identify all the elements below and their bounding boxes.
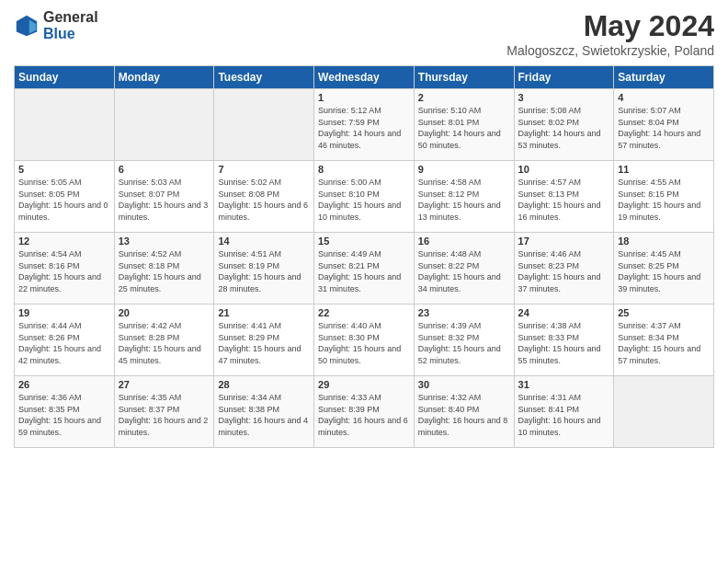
cell-w4-d4: 23Sunrise: 4:39 AMSunset: 8:32 PMDayligh… — [414, 304, 514, 376]
cell-w3-d3: 15Sunrise: 4:49 AMSunset: 8:21 PMDayligh… — [314, 233, 415, 304]
day-number: 30 — [418, 379, 510, 390]
cell-w1-d2 — [214, 89, 314, 161]
cell-w4-d5: 24Sunrise: 4:38 AMSunset: 8:33 PMDayligh… — [514, 304, 614, 376]
cell-w2-d1: 6Sunrise: 5:03 AMSunset: 8:07 PMDaylight… — [114, 161, 214, 233]
day-number: 11 — [618, 164, 710, 175]
cell-w1-d1 — [114, 89, 214, 161]
day-number: 15 — [318, 236, 410, 247]
day-number: 25 — [618, 307, 710, 318]
day-number: 29 — [318, 379, 410, 390]
day-info: Sunrise: 4:49 AMSunset: 8:21 PMDaylight:… — [318, 248, 410, 294]
cell-w4-d1: 20Sunrise: 4:42 AMSunset: 8:28 PMDayligh… — [114, 304, 214, 376]
day-info: Sunrise: 4:36 AMSunset: 8:35 PMDaylight:… — [18, 392, 110, 438]
cell-w5-d4: 30Sunrise: 4:32 AMSunset: 8:40 PMDayligh… — [414, 376, 514, 448]
day-info: Sunrise: 4:48 AMSunset: 8:22 PMDaylight:… — [418, 248, 510, 294]
cell-w1-d4: 2Sunrise: 5:10 AMSunset: 8:01 PMDaylight… — [414, 89, 514, 161]
cell-w5-d5: 31Sunrise: 4:31 AMSunset: 8:41 PMDayligh… — [514, 376, 614, 448]
day-info: Sunrise: 4:33 AMSunset: 8:39 PMDaylight:… — [318, 392, 410, 438]
day-number: 17 — [518, 236, 610, 247]
day-number: 24 — [518, 307, 610, 318]
cell-w4-d3: 22Sunrise: 4:40 AMSunset: 8:30 PMDayligh… — [314, 304, 415, 376]
cell-w3-d2: 14Sunrise: 4:51 AMSunset: 8:19 PMDayligh… — [214, 233, 314, 304]
logo: General Blue — [14, 9, 98, 41]
header-wednesday: Wednesday — [314, 66, 415, 89]
cell-w4-d0: 19Sunrise: 4:44 AMSunset: 8:26 PMDayligh… — [15, 304, 115, 376]
header-tuesday: Tuesday — [214, 66, 314, 89]
day-info: Sunrise: 4:44 AMSunset: 8:26 PMDaylight:… — [18, 320, 110, 366]
cell-w1-d5: 3Sunrise: 5:08 AMSunset: 8:02 PMDaylight… — [514, 89, 614, 161]
logo-blue-text: Blue — [43, 26, 98, 42]
cell-w5-d2: 28Sunrise: 4:34 AMSunset: 8:38 PMDayligh… — [214, 376, 314, 448]
day-info: Sunrise: 5:08 AMSunset: 8:02 PMDaylight:… — [518, 105, 610, 151]
day-number: 21 — [218, 307, 310, 318]
day-info: Sunrise: 5:10 AMSunset: 8:01 PMDaylight:… — [418, 105, 510, 151]
day-info: Sunrise: 4:41 AMSunset: 8:29 PMDaylight:… — [218, 320, 310, 366]
day-info: Sunrise: 4:58 AMSunset: 8:12 PMDaylight:… — [418, 177, 510, 223]
cell-w2-d3: 8Sunrise: 5:00 AMSunset: 8:10 PMDaylight… — [314, 161, 415, 233]
day-info: Sunrise: 4:42 AMSunset: 8:28 PMDaylight:… — [119, 320, 210, 366]
week-row-1: 1Sunrise: 5:12 AMSunset: 7:59 PMDaylight… — [15, 89, 714, 161]
day-number: 22 — [318, 307, 410, 318]
cell-w5-d1: 27Sunrise: 4:35 AMSunset: 8:37 PMDayligh… — [114, 376, 214, 448]
cell-w2-d0: 5Sunrise: 5:05 AMSunset: 8:05 PMDaylight… — [15, 161, 115, 233]
day-info: Sunrise: 4:46 AMSunset: 8:23 PMDaylight:… — [518, 248, 610, 294]
day-number: 28 — [218, 379, 310, 390]
week-row-5: 26Sunrise: 4:36 AMSunset: 8:35 PMDayligh… — [15, 376, 714, 448]
day-info: Sunrise: 5:12 AMSunset: 7:59 PMDaylight:… — [318, 105, 410, 151]
day-number: 5 — [18, 164, 110, 175]
calendar-table: Sunday Monday Tuesday Wednesday Thursday… — [14, 65, 714, 448]
cell-w3-d4: 16Sunrise: 4:48 AMSunset: 8:22 PMDayligh… — [414, 233, 514, 304]
day-number: 20 — [119, 307, 210, 318]
logo-icon — [14, 13, 40, 39]
header-friday: Friday — [514, 66, 614, 89]
day-info: Sunrise: 4:54 AMSunset: 8:16 PMDaylight:… — [18, 248, 110, 294]
cell-w3-d6: 18Sunrise: 4:45 AMSunset: 8:25 PMDayligh… — [614, 233, 714, 304]
day-number: 6 — [119, 164, 210, 175]
header-thursday: Thursday — [414, 66, 514, 89]
calendar-subtitle: Malogoszcz, Swietokrzyskie, Poland — [506, 43, 714, 58]
day-info: Sunrise: 4:31 AMSunset: 8:41 PMDaylight:… — [518, 392, 610, 438]
day-info: Sunrise: 4:38 AMSunset: 8:33 PMDaylight:… — [518, 320, 610, 366]
calendar-header: Sunday Monday Tuesday Wednesday Thursday… — [15, 66, 714, 89]
logo-text: General Blue — [43, 9, 98, 41]
day-number: 16 — [418, 236, 510, 247]
day-number: 8 — [318, 164, 410, 175]
day-info: Sunrise: 5:00 AMSunset: 8:10 PMDaylight:… — [318, 177, 410, 223]
cell-w4-d6: 25Sunrise: 4:37 AMSunset: 8:34 PMDayligh… — [614, 304, 714, 376]
day-number: 14 — [218, 236, 310, 247]
day-info: Sunrise: 4:34 AMSunset: 8:38 PMDaylight:… — [218, 392, 310, 438]
week-row-2: 5Sunrise: 5:05 AMSunset: 8:05 PMDaylight… — [15, 161, 714, 233]
day-number: 18 — [618, 236, 710, 247]
cell-w1-d3: 1Sunrise: 5:12 AMSunset: 7:59 PMDaylight… — [314, 89, 415, 161]
cell-w3-d5: 17Sunrise: 4:46 AMSunset: 8:23 PMDayligh… — [514, 233, 614, 304]
week-row-4: 19Sunrise: 4:44 AMSunset: 8:26 PMDayligh… — [15, 304, 714, 376]
day-info: Sunrise: 4:45 AMSunset: 8:25 PMDaylight:… — [618, 248, 710, 294]
day-number: 2 — [418, 92, 510, 103]
day-number: 31 — [518, 379, 610, 390]
cell-w3-d1: 13Sunrise: 4:52 AMSunset: 8:18 PMDayligh… — [114, 233, 214, 304]
day-info: Sunrise: 4:39 AMSunset: 8:32 PMDaylight:… — [418, 320, 510, 366]
cell-w5-d6 — [614, 376, 714, 448]
day-number: 26 — [18, 379, 110, 390]
cell-w3-d0: 12Sunrise: 4:54 AMSunset: 8:16 PMDayligh… — [15, 233, 115, 304]
day-number: 4 — [618, 92, 710, 103]
day-info: Sunrise: 4:55 AMSunset: 8:15 PMDaylight:… — [618, 177, 710, 223]
day-info: Sunrise: 5:03 AMSunset: 8:07 PMDaylight:… — [119, 177, 210, 223]
day-number: 9 — [418, 164, 510, 175]
day-number: 19 — [18, 307, 110, 318]
title-block: May 2024 Malogoszcz, Swietokrzyskie, Pol… — [506, 9, 714, 58]
cell-w5-d0: 26Sunrise: 4:36 AMSunset: 8:35 PMDayligh… — [15, 376, 115, 448]
cell-w2-d4: 9Sunrise: 4:58 AMSunset: 8:12 PMDaylight… — [414, 161, 514, 233]
calendar-title: May 2024 — [506, 9, 714, 43]
day-number: 7 — [218, 164, 310, 175]
cell-w5-d3: 29Sunrise: 4:33 AMSunset: 8:39 PMDayligh… — [314, 376, 415, 448]
day-info: Sunrise: 5:02 AMSunset: 8:08 PMDaylight:… — [218, 177, 310, 223]
day-info: Sunrise: 4:32 AMSunset: 8:40 PMDaylight:… — [418, 392, 510, 438]
day-info: Sunrise: 5:05 AMSunset: 8:05 PMDaylight:… — [18, 177, 110, 223]
header: General Blue May 2024 Malogoszcz, Swieto… — [14, 9, 714, 58]
week-row-3: 12Sunrise: 4:54 AMSunset: 8:16 PMDayligh… — [15, 233, 714, 304]
cell-w2-d5: 10Sunrise: 4:57 AMSunset: 8:13 PMDayligh… — [514, 161, 614, 233]
weekday-header-row: Sunday Monday Tuesday Wednesday Thursday… — [15, 66, 714, 89]
cell-w1-d0 — [15, 89, 115, 161]
day-info: Sunrise: 4:40 AMSunset: 8:30 PMDaylight:… — [318, 320, 410, 366]
